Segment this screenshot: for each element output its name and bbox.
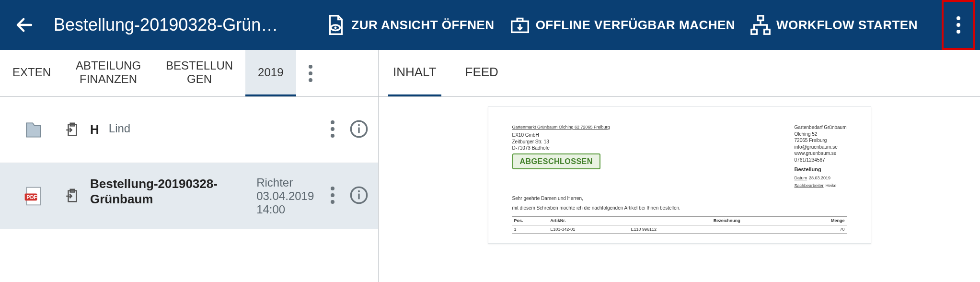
document-preview[interactable]: Gartenmarkt Grünbaum Olching 62 72065 Fr… (488, 106, 871, 244)
offline-button[interactable]: OFFLINE VERFÜGBAR MACHEN (509, 14, 735, 36)
list-item-name: H (90, 122, 99, 138)
svg-text:PDF: PDF (26, 194, 37, 200)
breadcrumb-more-button[interactable] (296, 50, 325, 96)
preview-area: Gartenmarkt Grünbaum Olching 62 72065 Fr… (379, 97, 980, 282)
back-button[interactable] (14, 15, 35, 35)
svg-point-20 (358, 124, 360, 126)
svg-point-15 (331, 120, 334, 124)
workflow-label: WORKFLOW STARTEN (776, 18, 918, 33)
list-item[interactable]: H Lind (0, 97, 378, 163)
breadcrumb-bestellungen[interactable]: BESTELLUN GEN (153, 50, 245, 96)
row-info-button[interactable] (349, 186, 369, 207)
row-more-button[interactable] (330, 186, 335, 206)
more-vertical-icon (956, 16, 961, 34)
info-icon (349, 186, 369, 205)
open-view-button[interactable]: ZUR ANSICHT ÖFFNEN (324, 14, 494, 36)
list-item-texts: Bestellung-20190328-Grünbaum Richter 03.… (90, 176, 330, 216)
svg-rect-6 (764, 30, 770, 35)
tab-inhalt[interactable]: INHALT (388, 50, 441, 96)
status-stamp: ABGESCHLOSSEN (512, 153, 600, 170)
svg-point-31 (358, 190, 360, 192)
workflow-button[interactable]: WORKFLOW STARTEN (749, 14, 918, 36)
svg-point-28 (331, 200, 334, 204)
clipboard-arrow-icon (62, 122, 82, 138)
row-more-button[interactable] (330, 120, 335, 140)
breadcrumb-abteilung-finanzen[interactable]: ABTEILUNG FINANZEN (63, 50, 153, 96)
order-table: Pos. ArtikNr. Bezeichnung Menge 1 E103-3… (512, 216, 847, 234)
company-block: Gartenbedarf Grünbaum Olching 52 72065 F… (795, 124, 847, 188)
more-vertical-icon (330, 120, 335, 138)
svg-point-9 (957, 30, 960, 34)
list-item[interactable]: PDF Bestellung-20190328-Grünbaum Richter… (0, 163, 378, 229)
svg-point-12 (309, 78, 312, 82)
breadcrumb-tabs: EXTEN ABTEILUNG FINANZEN BESTELLUN GEN 2… (0, 50, 378, 97)
list-item-date: 03.04.2019 14:00 (256, 189, 330, 216)
recipient-block: Gartenmarkt Grünbaum Olching 62 72065 Fr… (512, 124, 610, 188)
svg-point-11 (309, 71, 312, 75)
svg-point-2 (334, 26, 337, 29)
right-tabs: INHALT FEED (379, 50, 980, 97)
svg-rect-4 (758, 16, 763, 21)
offline-label: OFFLINE VERFÜGBAR MACHEN (536, 18, 735, 33)
more-vertical-icon (308, 64, 313, 82)
svg-point-27 (331, 193, 334, 197)
list-item-owner: Richter (256, 176, 330, 189)
left-panel: EXTEN ABTEILUNG FINANZEN BESTELLUN GEN 2… (0, 50, 379, 282)
list-item-texts: H Lind (90, 122, 330, 138)
svg-point-26 (331, 187, 334, 190)
clipboard-arrow-icon (62, 188, 82, 204)
tab-feed[interactable]: FEED (461, 50, 503, 96)
header-actions: ZUR ANSICHT ÖFFNEN OFFLINE VERFÜGBAR MAC… (297, 0, 975, 50)
svg-point-10 (309, 65, 312, 69)
open-view-label: ZUR ANSICHT ÖFFNEN (351, 18, 494, 33)
workflow-icon (749, 14, 772, 36)
entry-list: H Lind (0, 97, 378, 282)
svg-point-7 (957, 16, 960, 20)
document-eye-icon (324, 14, 346, 36)
more-menu-button[interactable] (942, 0, 975, 50)
pdf-icon: PDF (19, 186, 48, 207)
right-panel: INHALT FEED Gartenmarkt Grünbaum Olching… (379, 50, 980, 282)
breadcrumb-2019[interactable]: 2019 (245, 50, 296, 96)
preview-body: Sehr geehrte Damen und Herren, mit diese… (512, 195, 847, 234)
folder-icon (19, 119, 48, 141)
more-vertical-icon (330, 186, 335, 204)
svg-point-17 (331, 134, 334, 138)
svg-point-8 (957, 23, 960, 27)
arrow-left-icon (14, 15, 35, 35)
svg-point-16 (331, 127, 334, 131)
content-area: EXTEN ABTEILUNG FINANZEN BESTELLUN GEN 2… (0, 50, 980, 282)
page-title: Bestellung-20190328-Grün… (54, 15, 278, 35)
row-info-button[interactable] (349, 119, 369, 141)
list-item-name: Bestellung-20190328-Grünbaum (90, 176, 247, 207)
info-icon (349, 119, 369, 139)
breadcrumb-exten[interactable]: EXTEN (0, 50, 63, 96)
svg-rect-5 (751, 30, 757, 35)
briefcase-download-icon (509, 14, 531, 36)
list-item-owner: Lind (109, 122, 130, 135)
app-header: Bestellung-20190328-Grün… ZUR ANSICHT ÖF… (0, 0, 980, 50)
